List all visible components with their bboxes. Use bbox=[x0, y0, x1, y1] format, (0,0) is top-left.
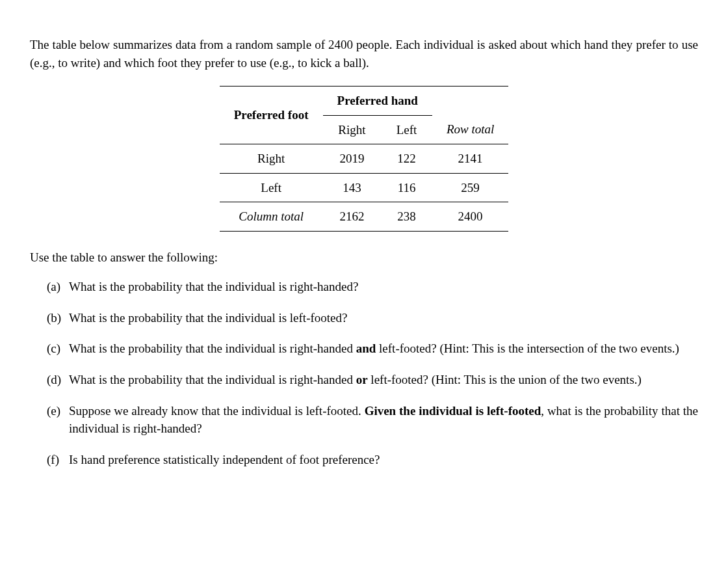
question-f: (f) Is hand preference statistically ind… bbox=[47, 451, 698, 469]
text: What is the probability that the individ… bbox=[69, 373, 356, 386]
text: What is the probability that the individ… bbox=[69, 341, 356, 355]
row-label-left: Left bbox=[220, 173, 323, 202]
question-list: (a) What is the probability that the ind… bbox=[47, 278, 698, 468]
bold-or: or bbox=[356, 373, 368, 386]
body-a: What is the probability that the individ… bbox=[69, 278, 698, 296]
grand-total: 2400 bbox=[432, 202, 508, 232]
marker-f: (f) bbox=[47, 451, 69, 469]
table-container: Preferred foot Preferred hand Right Left… bbox=[30, 86, 698, 232]
intro-paragraph: The table below summarizes data from a r… bbox=[30, 36, 698, 72]
col-label-right: Right bbox=[323, 115, 382, 144]
text: What is the probability that the individ… bbox=[69, 280, 358, 293]
marker-a: (a) bbox=[47, 278, 69, 296]
body-e: Suppose we already know that the individ… bbox=[69, 402, 698, 438]
cell-right-left: 122 bbox=[381, 144, 432, 174]
contingency-table: Preferred foot Preferred hand Right Left… bbox=[220, 86, 509, 232]
marker-c: (c) bbox=[47, 340, 69, 358]
question-e: (e) Suppose we already know that the ind… bbox=[47, 402, 698, 438]
prompt-text: Use the table to answer the following: bbox=[30, 248, 698, 267]
col-total-label: Column total bbox=[220, 202, 323, 232]
text: left-footed? (Hint: This is the union of… bbox=[368, 373, 642, 386]
row-total-label: Row total bbox=[432, 115, 508, 144]
body-f: Is hand preference statistically indepen… bbox=[69, 451, 698, 469]
body-b: What is the probability that the individ… bbox=[69, 309, 698, 327]
text: What is the probability that the individ… bbox=[69, 311, 347, 325]
body-d: What is the probability that the individ… bbox=[69, 371, 698, 389]
question-b: (b) What is the probability that the ind… bbox=[47, 309, 698, 327]
row-label-right: Right bbox=[220, 144, 323, 174]
cell-right-right: 2019 bbox=[323, 144, 382, 174]
cell-left-left: 116 bbox=[381, 173, 432, 202]
bold-given: Given the individual is left-footed bbox=[365, 404, 541, 418]
text: left-footed? (Hint: This is the intersec… bbox=[376, 341, 679, 355]
row-total-left: 259 bbox=[432, 173, 508, 202]
bold-and: and bbox=[356, 341, 376, 355]
spacer-cell bbox=[432, 87, 508, 116]
question-a: (a) What is the probability that the ind… bbox=[47, 278, 698, 296]
row-total-right: 2141 bbox=[432, 144, 508, 174]
question-c: (c) What is the probability that the ind… bbox=[47, 340, 698, 358]
body-c: What is the probability that the individ… bbox=[69, 340, 698, 358]
text: Is hand preference statistically indepen… bbox=[69, 453, 380, 466]
marker-d: (d) bbox=[47, 371, 69, 389]
col-total-right: 2162 bbox=[323, 202, 382, 232]
col-total-left: 238 bbox=[381, 202, 432, 232]
question-d: (d) What is the probability that the ind… bbox=[47, 371, 698, 389]
row-header-title: Preferred foot bbox=[220, 87, 323, 144]
marker-b: (b) bbox=[47, 309, 69, 327]
col-header-title: Preferred hand bbox=[323, 87, 432, 116]
cell-left-right: 143 bbox=[323, 173, 382, 202]
text: Suppose we already know that the individ… bbox=[69, 404, 365, 418]
col-label-left: Left bbox=[381, 115, 432, 144]
marker-e: (e) bbox=[47, 402, 69, 438]
